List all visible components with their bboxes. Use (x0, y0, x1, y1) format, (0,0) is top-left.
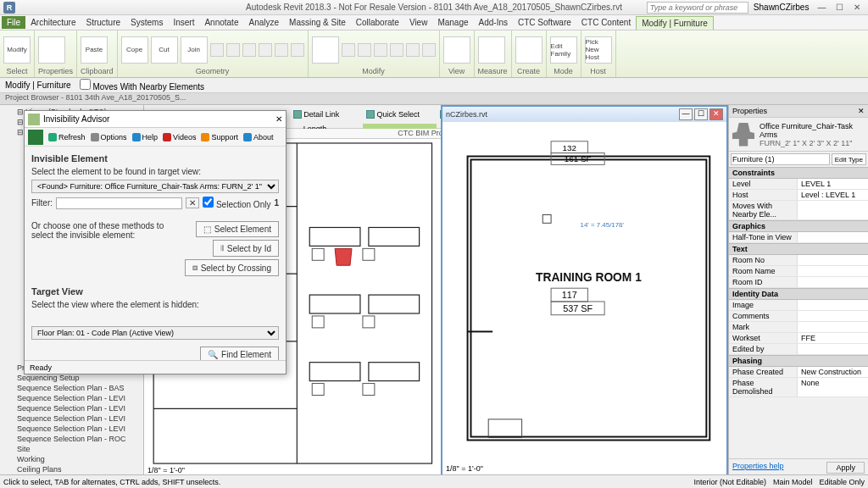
apply-button[interactable]: Apply (826, 462, 865, 474)
videos-button[interactable]: Videos (163, 133, 196, 141)
prop-row[interactable]: Moves With Nearby Ele... (729, 201, 868, 220)
tree-item[interactable]: Sequence Selection Plan - BAS (2, 383, 142, 393)
tool-icon[interactable] (210, 43, 224, 57)
tool-icon[interactable] (242, 43, 256, 57)
close-button[interactable]: ✕ (849, 3, 865, 12)
view-scale-sub[interactable]: 1/8" = 1'-0" (446, 464, 483, 473)
prop-row[interactable]: LevelLEVEL 1 (729, 179, 868, 190)
child-max-button[interactable]: ☐ (694, 108, 708, 120)
minimize-button[interactable]: — (814, 3, 829, 12)
tool-icon[interactable] (291, 43, 304, 57)
filter-input[interactable] (56, 197, 182, 209)
tool-icon[interactable] (406, 43, 420, 57)
tool-icon[interactable] (374, 43, 387, 57)
prop-group-header[interactable]: Graphics (729, 220, 868, 232)
tab-modify-furniture[interactable]: Modify | Furniture (636, 16, 714, 30)
tab-massing-site[interactable]: Massing & Site (284, 16, 351, 29)
instance-filter-input[interactable] (731, 153, 830, 165)
view-scale-left[interactable]: 1/8" = 1'-0" (147, 466, 185, 474)
tab-insert[interactable]: Insert (168, 16, 199, 29)
refresh-button[interactable]: Refresh (48, 133, 86, 141)
prop-row[interactable]: WorksetFFE (729, 333, 868, 344)
prop-value[interactable]: None (797, 378, 868, 396)
prop-value[interactable] (797, 344, 868, 354)
tree-item[interactable]: Site (2, 444, 142, 454)
prop-group-header[interactable]: Constraints (729, 167, 868, 179)
select-element-button[interactable]: ⬚Select Element (196, 221, 279, 237)
tree-item[interactable]: Sequence Selection Plan - LEVI (2, 403, 142, 413)
found-element-dropdown[interactable]: <Found> Furniture: Office Furniture_Chai… (31, 180, 279, 193)
tab-view[interactable]: View (404, 16, 433, 29)
prop-row[interactable]: Room No (729, 255, 868, 266)
find-element-button[interactable]: 🔍Find Element (200, 347, 279, 360)
prop-value[interactable] (797, 277, 868, 287)
prop-value[interactable]: FFE (797, 333, 868, 343)
cope-button[interactable]: Cope (121, 36, 148, 64)
tab-systems[interactable]: Systems (125, 16, 168, 29)
prop-row[interactable]: Phase DemolishedNone (729, 378, 868, 397)
tree-item[interactable]: Sequence Selection Plan - LEVI (2, 393, 142, 403)
create-button[interactable] (515, 36, 542, 64)
prop-value[interactable]: LEVEL 1 (797, 179, 868, 189)
prop-group-header[interactable]: Phasing (729, 355, 868, 367)
prop-value[interactable] (797, 300, 868, 310)
moves-nearby-checkbox[interactable]: Moves With Nearby Elements (80, 79, 205, 92)
tab-add-ins[interactable]: Add-Ins (474, 16, 513, 29)
prop-value[interactable] (797, 232, 868, 242)
help-button[interactable]: Help (132, 133, 159, 141)
prop-value[interactable] (797, 255, 868, 265)
prop-value[interactable]: New Construction (797, 367, 868, 377)
prop-row[interactable]: Room ID (729, 277, 868, 288)
tool-icon[interactable] (342, 43, 355, 57)
tab-manage[interactable]: Manage (432, 16, 473, 29)
prop-group-header[interactable]: Text (729, 243, 868, 255)
properties-help-link[interactable]: Properties help (732, 462, 784, 474)
ctc-detail-link[interactable]: Detail Link (290, 105, 363, 124)
prop-value[interactable] (797, 311, 868, 321)
child-close-button[interactable]: ✕ (709, 108, 723, 120)
options-button[interactable]: Options (91, 133, 127, 141)
tab-ctc-software[interactable]: CTC Software (513, 16, 576, 29)
prop-row[interactable]: Phase CreatedNew Construction (729, 367, 868, 378)
tool-icon[interactable] (259, 43, 272, 57)
pick-new-host-button[interactable]: Pick New Host (585, 36, 612, 64)
cut-button[interactable]: Cut (151, 36, 178, 64)
tab-file[interactable]: File (2, 16, 25, 29)
ctc-quick-select[interactable]: Quick Select (363, 105, 436, 124)
prop-value[interactable] (797, 266, 868, 276)
tab-ctc-content[interactable]: CTC Content (576, 16, 636, 29)
prop-row[interactable]: Edited by (729, 344, 868, 355)
select-by-crossing-button[interactable]: ⧈Select by Crossing (185, 259, 279, 276)
child-floor-plan[interactable]: TRAINING ROOM 1 117 537 SF 14' = 7.45/17… (442, 122, 726, 474)
tab-annotate[interactable]: Annotate (199, 16, 243, 29)
maximize-button[interactable]: ☐ (832, 3, 847, 12)
properties-grid[interactable]: ConstraintsLevelLEVEL 1HostLevel : LEVEL… (729, 167, 868, 458)
dialog-close-button[interactable]: ✕ (275, 114, 282, 124)
tool-icon[interactable] (422, 43, 436, 57)
prop-group-header[interactable]: Identity Data (729, 288, 868, 300)
workset-indicator[interactable]: Interior (Not Editable) (693, 478, 766, 486)
prop-value[interactable]: Level : LEVEL 1 (797, 190, 868, 200)
paste-button[interactable]: Paste (81, 36, 108, 64)
edit-type-button[interactable]: Edit Type (832, 153, 866, 165)
properties-close-icon[interactable]: ✕ (858, 107, 865, 115)
modify-button[interactable] (312, 36, 339, 64)
view-button[interactable] (443, 36, 470, 64)
prop-row[interactable]: Room Name (729, 266, 868, 277)
edit-family-button[interactable]: Edit Family (550, 36, 577, 64)
measure-button[interactable] (478, 36, 505, 64)
support-button[interactable]: Support (201, 133, 238, 141)
tool-icon[interactable] (390, 43, 403, 57)
editable-only-toggle[interactable]: Editable Only (819, 478, 865, 486)
tab-analyze[interactable]: Analyze (243, 16, 284, 29)
about-button[interactable]: About (243, 133, 274, 141)
select-by-id-button[interactable]: ⫴Select by Id (213, 240, 279, 257)
prop-row[interactable]: Image (729, 300, 868, 311)
tree-item[interactable]: Sequence Selection Plan - LEVI (2, 413, 142, 424)
properties-button[interactable] (38, 36, 65, 64)
tool-icon[interactable] (275, 43, 288, 57)
tree-item[interactable]: Sequence Selection Plan - LEVI (2, 424, 142, 434)
child-min-button[interactable]: — (679, 108, 693, 120)
model-indicator[interactable]: Main Model (773, 478, 813, 486)
keyword-search-input[interactable] (647, 2, 748, 14)
